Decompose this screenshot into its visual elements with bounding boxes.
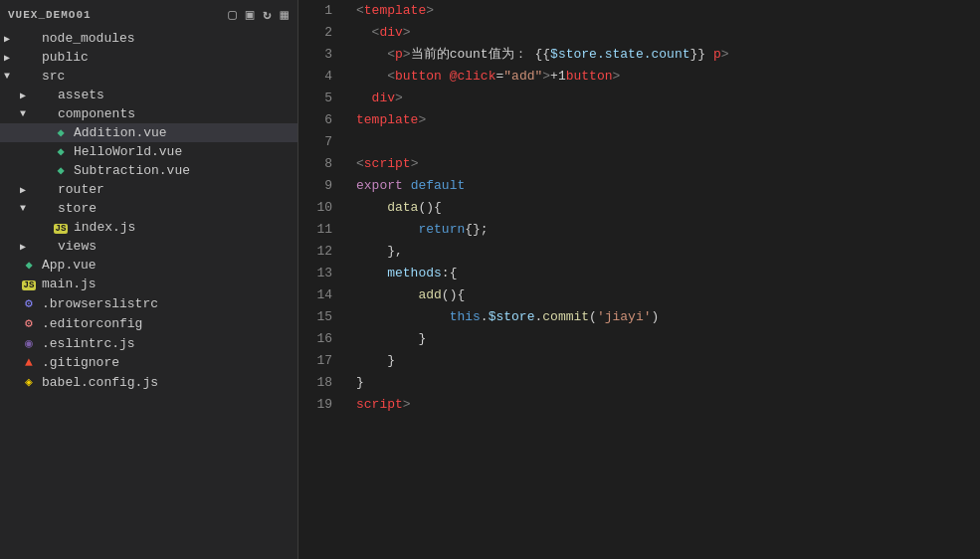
tree-item-.eslintrc.js[interactable]: ◉.eslintrc.js: [0, 333, 297, 353]
tree-item-node_modules[interactable]: ▶node_modules: [0, 29, 297, 48]
token: >: [613, 69, 621, 84]
tree-item-store[interactable]: ▼store: [0, 199, 297, 218]
tree-item-label: views: [58, 239, 297, 254]
token: div: [379, 25, 402, 40]
new-folder-icon[interactable]: ▣: [246, 6, 255, 23]
token: [356, 287, 418, 302]
refresh-icon[interactable]: ↻: [263, 6, 272, 23]
collapse-icon[interactable]: ▦: [281, 6, 290, 23]
token: >: [403, 25, 411, 40]
token: [442, 200, 450, 215]
tree-item-label: node_modules: [42, 31, 297, 46]
token: template: [364, 3, 426, 18]
tree-item-views[interactable]: ▶views: [0, 237, 297, 256]
js-file-icon: JS: [20, 277, 38, 291]
code-line: 7: [298, 131, 980, 153]
token: return: [418, 222, 465, 237]
token: script: [364, 156, 411, 171]
line-number: 1: [298, 0, 348, 22]
token: template: [356, 112, 418, 127]
tree-item-label: HelloWorld.vue: [74, 144, 297, 159]
tree-item-label: public: [42, 50, 297, 65]
tree-item-label: .eslintrc.js: [42, 336, 297, 351]
token: >: [418, 112, 426, 127]
tree-item-babel.config.js[interactable]: ◈babel.config.js: [0, 372, 297, 392]
tree-item-index.js[interactable]: JSindex.js: [0, 218, 297, 237]
tree-item-components[interactable]: ▼components: [0, 104, 297, 123]
eslint-icon: ◉: [20, 335, 38, 351]
line-content: },: [348, 241, 411, 263]
token: [465, 178, 473, 193]
tree-item-main.js[interactable]: JSmain.js: [0, 275, 297, 293]
token: [403, 178, 411, 193]
token: }: [356, 331, 426, 346]
line-content: script>: [348, 394, 411, 416]
code-line: 11 return{};: [298, 219, 980, 241]
token: },: [356, 244, 403, 259]
js-file-icon: JS: [52, 220, 70, 235]
line-content: }: [348, 372, 364, 394]
line-content: div>: [348, 88, 403, 109]
code-line: 12 },: [298, 241, 980, 263]
line-content: export default: [348, 175, 473, 197]
tree-item-Addition.vue[interactable]: ◆Addition.vue: [0, 123, 297, 142]
tree-item-label: App.vue: [42, 258, 297, 273]
token: add: [418, 287, 441, 302]
token: [403, 244, 411, 259]
code-line: 5 div>: [298, 88, 980, 109]
tree-item-label: assets: [58, 88, 297, 102]
code-line: 3 <p>当前的count值为： {{$store.state.count}} …: [298, 44, 980, 66]
file-tree: ▶node_modules▶public▼src▶assets▼componen…: [0, 29, 297, 392]
token: p: [713, 47, 721, 62]
code-line: 2 <div>: [298, 22, 980, 44]
tree-item-HelloWorld.vue[interactable]: ◆HelloWorld.vue: [0, 142, 297, 161]
file-explorer[interactable]: VUEX_DEMO01 ▢ ▣ ↻ ▦ ▶node_modules▶public…: [0, 0, 298, 559]
token: [442, 69, 450, 84]
tree-item-.gitignore[interactable]: ▲.gitignore: [0, 353, 297, 372]
token: button: [395, 69, 442, 84]
token: default: [411, 178, 466, 193]
token: [356, 91, 372, 105]
token: >: [395, 91, 403, 105]
tree-item-label: src: [42, 69, 297, 84]
token: p>: [713, 47, 729, 62]
editorconfig-icon: ⚙: [20, 315, 38, 331]
token: script: [356, 397, 403, 412]
token: }}: [690, 47, 713, 62]
token: methods: [387, 266, 442, 280]
tree-item-label: store: [58, 201, 297, 216]
token: div>: [372, 91, 403, 105]
line-number: 2: [298, 22, 348, 44]
tree-item-.editorconfig[interactable]: ⚙.editorconfig: [0, 313, 297, 333]
tree-item-App.vue[interactable]: ◆App.vue: [0, 256, 297, 275]
code-line: 17 }: [298, 350, 980, 372]
tree-item-label: babel.config.js: [42, 375, 297, 390]
tree-item-router[interactable]: ▶router: [0, 180, 297, 199]
token: [356, 25, 372, 40]
tree-item-label: Subtraction.vue: [74, 163, 297, 178]
token: .: [481, 309, 489, 324]
tree-item-Subtraction.vue[interactable]: ◆Subtraction.vue: [0, 161, 297, 180]
line-content: template>: [348, 109, 426, 131]
line-number: 19: [298, 394, 348, 416]
line-content: <script>: [348, 153, 418, 175]
tree-item-label: components: [58, 106, 297, 121]
code-lines: 1<template>2 <div>3 <p>当前的count值为： {{$st…: [298, 0, 980, 416]
line-number: 16: [298, 328, 348, 350]
folder-arrow: ▶: [20, 90, 36, 101]
token: (){: [442, 287, 465, 302]
tree-item-assets[interactable]: ▶assets: [0, 86, 297, 104]
code-line: 9export default: [298, 175, 980, 197]
tree-item-src[interactable]: ▼src: [0, 67, 297, 86]
tree-item-.browserslistrc[interactable]: ⚙.browserslistrc: [0, 293, 297, 313]
tree-item-public[interactable]: ▶public: [0, 48, 297, 67]
new-file-icon[interactable]: ▢: [228, 6, 237, 23]
code-line: 1<template>: [298, 0, 980, 22]
code-line: 19script>: [298, 394, 980, 416]
token: [465, 287, 473, 302]
code-line: 15 this.$store.commit('jiayi'): [298, 306, 980, 328]
token: [356, 309, 450, 324]
token: <: [356, 156, 364, 171]
explorer-title: VUEX_DEMO01: [8, 9, 92, 21]
line-number: 15: [298, 306, 348, 328]
